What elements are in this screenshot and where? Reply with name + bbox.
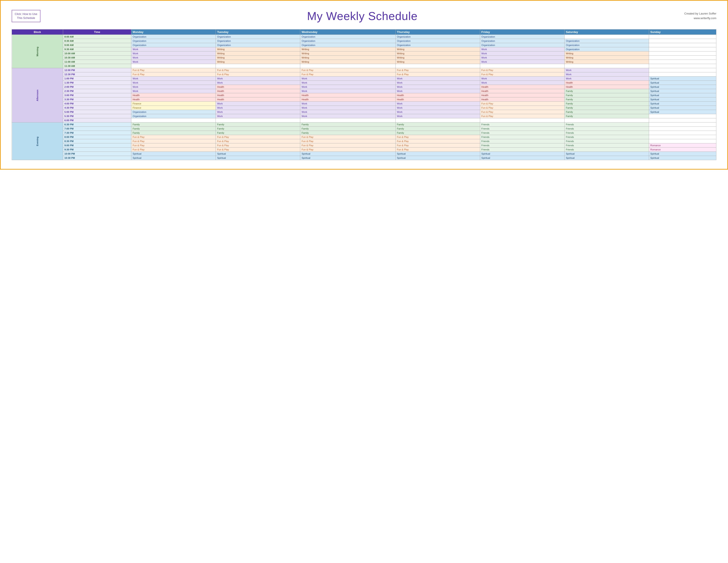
schedule-cell: Work: [300, 81, 395, 85]
schedule-cell: Work: [564, 68, 649, 72]
table-row: 9:30 AMWorkWritingWritingWritingWorkOrga…: [12, 47, 716, 51]
schedule-cell: [649, 127, 716, 131]
table-row: 4:30 PMFinanceWorkWorkWorkFun & PlayFami…: [12, 106, 716, 110]
schedule-cell: Work: [131, 60, 216, 64]
schedule-cell: Fun & Play: [300, 139, 395, 143]
schedule-cell: Fun & Play: [480, 102, 564, 106]
schedule-cell: Fun & Play: [480, 114, 564, 118]
schedule-cell: Fun & Play: [395, 143, 480, 148]
schedule-cell: [649, 56, 716, 60]
schedule-cell: Writing: [216, 60, 300, 64]
block-label-evening: Evening: [12, 122, 63, 160]
table-row: Evening6:30 PMFamilyFamilyFamilyFamilyFr…: [12, 122, 716, 127]
schedule-cell: Health: [216, 85, 300, 89]
page: Click: How to Use This Schedule My Weekl…: [5, 5, 723, 165]
credit-line2: www.writerfly.com: [684, 16, 716, 21]
credit-line1: Created by Lauren Soffer: [684, 11, 716, 16]
schedule-cell: Writing: [564, 60, 649, 64]
time-cell: 12:00 PM: [63, 68, 131, 72]
schedule-cell: Fun & Play: [216, 143, 300, 148]
schedule-cell: Friends: [564, 127, 649, 131]
schedule-cell: Spiritual: [649, 106, 716, 110]
schedule-cell: [480, 64, 564, 68]
time-cell: 4:00 PM: [63, 102, 131, 106]
time-cell: 10:30 PM: [63, 156, 131, 160]
schedule-cell: [395, 118, 480, 122]
table-row: 6:00 PM: [12, 118, 716, 122]
time-cell: 2:30 PM: [63, 89, 131, 93]
schedule-cell: Family: [131, 127, 216, 131]
table-row: 7:30 PMFamilyFamilyFamilyFamilyFriendsFr…: [12, 131, 716, 135]
schedule-cell: Work: [395, 77, 480, 81]
time-cell: 2:00 PM: [63, 85, 131, 89]
table-row: 4:00 PMFinanceWorkWorkWorkFun & PlayFami…: [12, 102, 716, 106]
header-friday: Friday: [480, 29, 564, 35]
schedule-cell: [649, 131, 716, 135]
schedule-cell: Organization: [131, 43, 216, 47]
time-cell: 6:30 PM: [63, 122, 131, 127]
click-box-line2: This Schedule: [17, 16, 35, 20]
schedule-cell: Health: [564, 81, 649, 85]
schedule-cell: Work: [216, 110, 300, 114]
table-row: 8:30 PMFun & PlayFun & PlayFun & PlayFun…: [12, 139, 716, 143]
schedule-cell: Organization: [564, 47, 649, 51]
schedule-cell: Writing: [300, 60, 395, 64]
schedule-cell: Work: [564, 77, 649, 81]
schedule-cell: [564, 118, 649, 122]
table-row: Afternoon12:00 PMFun & PlayFun & PlayFun…: [12, 68, 716, 72]
schedule-cell: [649, 64, 716, 68]
schedule-cell: Spiritual: [649, 77, 716, 81]
schedule-cell: Spiritual: [131, 152, 216, 156]
schedule-cell: Organization: [395, 43, 480, 47]
schedule-cell: Fun & Play: [480, 110, 564, 114]
schedule-cell: Family: [564, 114, 649, 118]
schedule-cell: Work: [395, 110, 480, 114]
schedule-cell: Work: [131, 77, 216, 81]
schedule-cell: [649, 114, 716, 118]
schedule-cell: Spiritual: [395, 152, 480, 156]
schedule-cell: Fun & Play: [131, 68, 216, 72]
schedule-cell: Organization: [480, 43, 564, 47]
schedule-cell: Family: [216, 127, 300, 131]
schedule-cell: [480, 118, 564, 122]
schedule-cell: [649, 60, 716, 64]
schedule-cell: Spiritual: [480, 152, 564, 156]
schedule-cell: Work: [395, 85, 480, 89]
schedule-cell: Writing: [300, 56, 395, 60]
table-row: 10:30 AMWorkWritingWritingWritingWorkWri…: [12, 56, 716, 60]
schedule-cell: Fun & Play: [300, 143, 395, 148]
table-row: 8:00 PMFun & PlayFun & PlayFun & PlayFun…: [12, 135, 716, 139]
schedule-cell: Fun & Play: [480, 72, 564, 77]
schedule-cell: Fun & Play: [395, 68, 480, 72]
schedule-cell: Friends: [480, 135, 564, 139]
time-cell: 7:30 PM: [63, 131, 131, 135]
schedule-cell: Work: [300, 102, 395, 106]
schedule-cell: Work: [131, 51, 216, 56]
time-cell: 5:30 PM: [63, 114, 131, 118]
schedule-cell: Friends: [564, 139, 649, 143]
schedule-cell: Spiritual: [480, 156, 564, 160]
schedule-cell: Work: [564, 72, 649, 77]
time-cell: 8:30 PM: [63, 139, 131, 143]
schedule-cell: Health: [480, 93, 564, 97]
how-to-use-button[interactable]: Click: How to Use This Schedule: [12, 10, 40, 22]
header-block: Block: [12, 29, 63, 35]
schedule-cell: Spiritual: [564, 152, 649, 156]
schedule-cell: [216, 64, 300, 68]
schedule-cell: [649, 118, 716, 122]
schedule-cell: [564, 35, 649, 39]
schedule-cell: Organization: [131, 114, 216, 118]
schedule-cell: Work: [480, 77, 564, 81]
table-row: 12:30 PMFun & PlayFun & PlayFun & PlayFu…: [12, 72, 716, 77]
schedule-cell: Writing: [300, 51, 395, 56]
schedule-cell: Fun & Play: [300, 148, 395, 152]
schedule-cell: Fun & Play: [395, 148, 480, 152]
schedule-cell: Family: [131, 122, 216, 127]
schedule-cell: Work: [395, 102, 480, 106]
table-row: 5:00 PMOrganizationWorkWorkWorkFun & Pla…: [12, 110, 716, 114]
schedule-cell: Work: [216, 81, 300, 85]
time-cell: 10:00 AM: [63, 51, 131, 56]
schedule-cell: Work: [216, 114, 300, 118]
schedule-cell: Work: [300, 85, 395, 89]
schedule-cell: Health: [564, 85, 649, 89]
